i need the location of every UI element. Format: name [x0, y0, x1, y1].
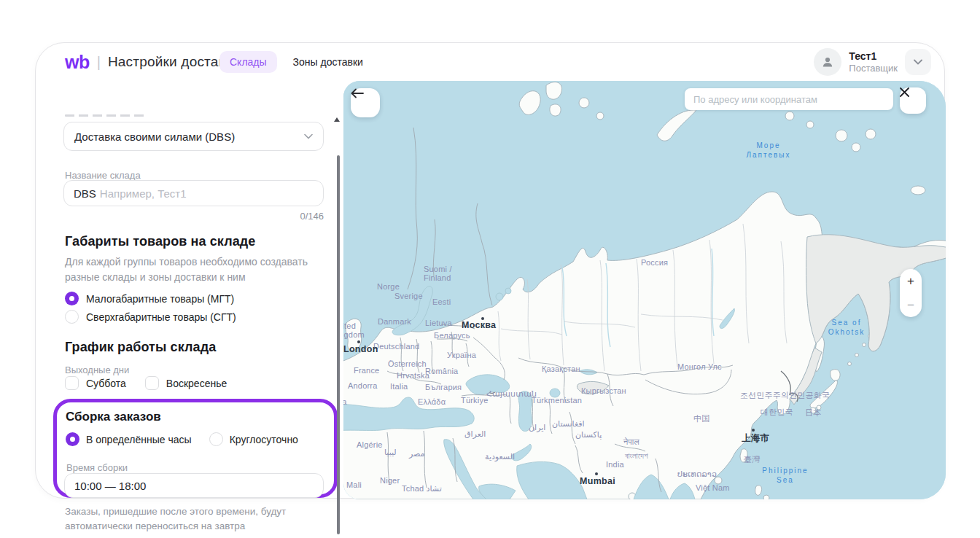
dimensions-title: Габариты товаров на складе [65, 234, 255, 249]
assembly-title: Сборка заказов [66, 410, 161, 424]
wb-logo: wb [65, 52, 90, 73]
scrollbar-up-arrow[interactable] [334, 117, 340, 122]
checkbox-label: Воскресенье [166, 378, 227, 389]
chevron-down-icon [914, 59, 922, 65]
clipped-label-remnant [65, 114, 147, 117]
user-text: Тест1 Поставщик [849, 50, 898, 74]
user-dropdown-button[interactable] [905, 49, 931, 75]
warehouse-name-input[interactable]: DBS Например, Тест1 [63, 180, 324, 206]
radio-round-the-clock[interactable]: Круглосуточно [209, 432, 298, 446]
user-menu: Тест1 Поставщик [814, 48, 931, 76]
radio-fixed-hours[interactable]: В определённые часы [66, 432, 192, 446]
checkbox-saturday[interactable]: Суббота [65, 376, 126, 390]
highlight-outline: Сборка заказов В определённые часы Кругл… [53, 399, 338, 498]
close-icon [900, 87, 909, 97]
char-counter: 0/146 [63, 211, 324, 222]
assembly-radios: В определённые часы Круглосуточно [66, 432, 328, 446]
radio-selected-icon [66, 432, 79, 446]
schedule-title: График работы склада [65, 340, 216, 355]
checkbox-sunday[interactable]: Воскресенье [145, 376, 227, 390]
radio-oversized-goods[interactable]: Сверхгабаритные товары (СГТ) [65, 310, 236, 324]
radio-small-goods[interactable]: Малогабаритные товары (МГТ) [65, 292, 234, 305]
dimensions-description: Для каждой группы товаров необходимо соз… [65, 254, 333, 285]
map-search-input[interactable] [685, 88, 893, 110]
input-prefix: DBS [74, 187, 96, 200]
logo-separator: | [97, 54, 101, 71]
warehouse-name-label: Название склада [65, 170, 141, 181]
radio-label: Круглосуточно [230, 434, 298, 445]
days-off-row: Суббота Воскресенье [65, 376, 227, 390]
days-off-label: Выходные дни [65, 364, 129, 375]
tab-delivery-zones[interactable]: Зоны доставки [286, 51, 370, 73]
chevron-down-icon [304, 133, 313, 139]
assembly-note: Заказы, пришедшие после этого времени, б… [65, 504, 336, 534]
delivery-method-select[interactable]: Доставка своими силами (DBS) [63, 122, 324, 151]
brand: wb | Настройки доставки [65, 43, 240, 81]
assembly-time-input[interactable]: 10:00 — 18:00 [64, 473, 324, 498]
radio-label: В определённые часы [86, 434, 192, 445]
app-root: wb | Настройки доставки Склады Зоны дост… [0, 0, 980, 538]
delivery-method-value: Доставка своими силами (DBS) [74, 130, 304, 143]
arrow-left-icon [351, 88, 364, 98]
close-button[interactable] [900, 87, 926, 114]
assembly-time-label: Время сборки [66, 462, 128, 473]
assembly-section: Сборка заказов В определённые часы Кругл… [57, 402, 334, 494]
map-container[interactable]: Море ЛаптевыхРоссияSea of OkhotskSuomi /… [343, 81, 946, 499]
settings-panel: Доставка своими силами (DBS) Название ск… [36, 81, 342, 498]
back-button[interactable] [351, 88, 380, 117]
radio-label: Сверхгабаритные товары (СГТ) [86, 311, 236, 323]
scrollbar-thumb[interactable] [337, 155, 340, 534]
zoom-in-button[interactable]: + [900, 269, 922, 293]
header: wb | Настройки доставки Склады Зоны дост… [36, 43, 944, 81]
checkbox-label: Суббота [86, 378, 126, 389]
person-icon [821, 55, 834, 69]
main-card: wb | Настройки доставки Склады Зоны дост… [35, 42, 945, 499]
avatar [814, 48, 841, 76]
checkbox-icon [65, 376, 79, 390]
radio-label: Малогабаритные товары (МГТ) [86, 293, 234, 305]
radio-selected-icon [65, 292, 79, 305]
checkbox-icon [145, 376, 159, 390]
radio-unselected-icon [65, 310, 79, 324]
zoom-control: + − [900, 269, 922, 317]
user-role: Поставщик [849, 63, 898, 74]
input-placeholder: Например, Тест1 [100, 187, 187, 200]
user-name: Тест1 [849, 50, 898, 62]
zoom-out-button[interactable]: − [900, 293, 922, 317]
tabs: Склады Зоны доставки [219, 51, 370, 73]
world-map-svg[interactable] [343, 81, 946, 499]
radio-unselected-icon [209, 432, 223, 446]
tab-warehouses[interactable]: Склады [219, 51, 277, 73]
